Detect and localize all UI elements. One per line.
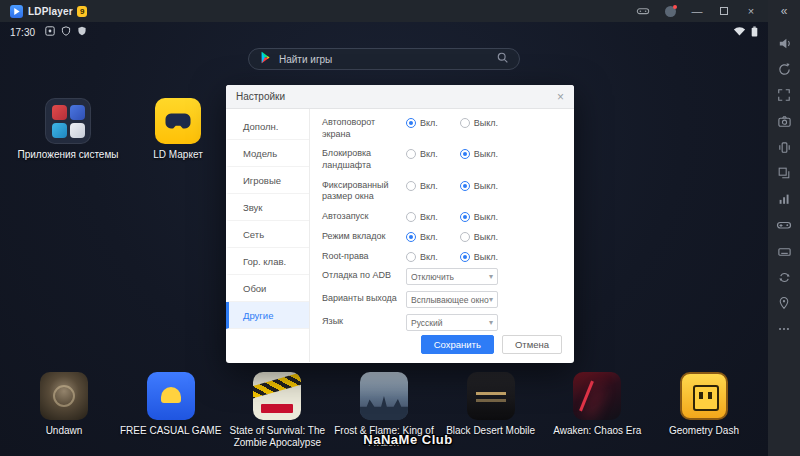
radio-on[interactable]: Вкл. bbox=[406, 118, 438, 128]
dialog-close-button[interactable]: × bbox=[557, 91, 564, 103]
setting-autostart: Автозапуск Вкл. Выкл. bbox=[322, 211, 562, 223]
close-button[interactable]: × bbox=[744, 4, 758, 18]
game-black-desert-mobile[interactable]: Black Desert Mobile bbox=[439, 372, 543, 449]
volume-icon[interactable] bbox=[768, 30, 800, 56]
fullscreen-icon[interactable] bbox=[768, 82, 800, 108]
game-label: Undawn bbox=[12, 425, 116, 437]
radio-off[interactable]: Выкл. bbox=[460, 212, 498, 222]
game-label: Geometry Dash bbox=[652, 425, 756, 437]
chevron-down-icon: ▾ bbox=[489, 272, 493, 281]
radio-off[interactable]: Выкл. bbox=[460, 232, 498, 242]
tab-oboi[interactable]: Обои bbox=[226, 275, 309, 302]
collapse-sidebar-button[interactable]: « bbox=[768, 0, 800, 22]
gamepad-icon[interactable] bbox=[636, 4, 650, 18]
tab-label: Модель bbox=[243, 148, 277, 159]
tab-zvuk[interactable]: Звук bbox=[226, 194, 309, 221]
search-icon bbox=[496, 50, 509, 68]
emulator-desktop: 17:30 bbox=[0, 22, 768, 456]
game-state-of-survival[interactable]: State of Survival: The Zombie Apocalypse bbox=[225, 372, 329, 449]
radio-on[interactable]: Вкл. bbox=[406, 149, 438, 159]
tab-model[interactable]: Модель bbox=[226, 140, 309, 167]
watermark: NaNaMe Club bbox=[363, 432, 452, 447]
ldplayer-logo-icon bbox=[10, 5, 23, 18]
language-select[interactable]: Русский ▾ bbox=[406, 314, 498, 331]
setting-root: Root-права Вкл. Выкл. bbox=[322, 251, 562, 263]
profile-notification-icon[interactable] bbox=[663, 4, 677, 18]
radio-on[interactable]: Вкл. bbox=[406, 232, 438, 242]
game-icon bbox=[573, 372, 621, 420]
tab-label: Звук bbox=[243, 202, 262, 213]
tab-igrovye[interactable]: Игровые bbox=[226, 167, 309, 194]
android-statusbar: 17:30 bbox=[0, 22, 768, 42]
maximize-icon bbox=[720, 7, 728, 15]
shield-icon bbox=[61, 26, 71, 38]
multi-window-icon[interactable] bbox=[768, 160, 800, 186]
game-geometry-dash[interactable]: Geometry Dash bbox=[652, 372, 756, 449]
battery-icon bbox=[751, 26, 758, 39]
radio-off[interactable]: Выкл. bbox=[460, 118, 498, 128]
radio-off[interactable]: Выкл. bbox=[460, 252, 498, 262]
setting-language: Язык Русский ▾ bbox=[322, 316, 562, 331]
tab-drugie[interactable]: Другие bbox=[226, 302, 309, 329]
exit-options-select[interactable]: Всплывающее окно ▾ bbox=[406, 291, 498, 308]
tab-label: Игровые bbox=[243, 175, 281, 186]
tab-label: Другие bbox=[243, 310, 273, 321]
screenshot-icon[interactable] bbox=[768, 108, 800, 134]
setting-fixed-window-size: Фиксированный размер окна Вкл. Выкл. bbox=[322, 180, 562, 203]
sync-icon[interactable] bbox=[768, 264, 800, 290]
app-label: Приложения системы bbox=[16, 149, 120, 161]
game-free-casual-game[interactable]: FREE CASUAL GAME bbox=[119, 372, 223, 449]
cancel-button[interactable]: Отмена bbox=[502, 335, 562, 355]
system-apps-folder[interactable]: Приложения системы bbox=[16, 98, 120, 161]
radio-on[interactable]: Вкл. bbox=[406, 212, 438, 222]
app-notification-icon bbox=[45, 26, 55, 38]
setting-label: Root-права bbox=[322, 251, 406, 263]
chevron-down-icon: ▾ bbox=[489, 295, 493, 304]
app-label: LD Маркет bbox=[126, 149, 230, 161]
shield-check-icon bbox=[77, 26, 87, 38]
keyboard-icon[interactable] bbox=[768, 238, 800, 264]
radio-on[interactable]: Вкл. bbox=[406, 252, 438, 262]
maximize-button[interactable] bbox=[717, 4, 731, 18]
game-icon bbox=[467, 372, 515, 420]
save-button[interactable]: Сохранить bbox=[421, 335, 494, 355]
ld-store-app[interactable]: LD Маркет bbox=[126, 98, 230, 161]
setting-label: Отладка по ADB bbox=[322, 270, 406, 282]
tab-label: Дополн. bbox=[243, 121, 278, 132]
adb-debug-select[interactable]: Отключить ▾ bbox=[406, 268, 498, 285]
gamepad-tool-icon[interactable] bbox=[768, 212, 800, 238]
tab-dopoln[interactable]: Дополн. bbox=[226, 113, 309, 140]
setting-lock-landscape: Блокировка ландшафта Вкл. Выкл. bbox=[322, 148, 562, 171]
game-awaken-chaos-era[interactable]: Awaken: Chaos Era bbox=[545, 372, 649, 449]
game-search-bar[interactable]: Найти игры bbox=[248, 48, 520, 70]
app-title: LDPlayer bbox=[28, 6, 73, 17]
tab-label: Обои bbox=[243, 283, 266, 294]
radio-off[interactable]: Выкл. bbox=[460, 149, 498, 159]
tab-gor-klav[interactable]: Гор. клав. bbox=[226, 248, 309, 275]
setting-autorotate: Автоповорот экрана Вкл. Выкл. bbox=[322, 117, 562, 140]
toolbar-sidebar: « bbox=[768, 0, 800, 456]
dialog-header: Настройки × bbox=[226, 85, 574, 109]
tab-set[interactable]: Сеть bbox=[226, 221, 309, 248]
setting-label: Автоповорот экрана bbox=[322, 117, 406, 140]
minimize-button[interactable]: — bbox=[690, 4, 704, 18]
rotate-screen-icon[interactable] bbox=[768, 56, 800, 82]
location-icon[interactable] bbox=[768, 290, 800, 316]
setting-label: Режим вкладок bbox=[322, 231, 406, 243]
game-icon bbox=[360, 372, 408, 420]
settings-dialog: Настройки × Дополн. Модель Игровые Звук … bbox=[226, 85, 574, 363]
setting-label: Фиксированный размер окна bbox=[322, 180, 406, 203]
shake-icon[interactable] bbox=[768, 134, 800, 160]
game-undawn[interactable]: Undawn bbox=[12, 372, 116, 449]
settings-content: Автоповорот экрана Вкл. Выкл. Блокировка… bbox=[310, 109, 574, 362]
radio-off[interactable]: Выкл. bbox=[460, 181, 498, 191]
more-icon[interactable] bbox=[768, 316, 800, 342]
setting-adb-debug: Отладка по ADB Отключить ▾ bbox=[322, 270, 562, 285]
mini-app-icon bbox=[70, 123, 85, 138]
search-label: Найти игры bbox=[279, 54, 332, 65]
game-icon bbox=[680, 372, 728, 420]
stats-icon[interactable] bbox=[768, 186, 800, 212]
chevron-down-icon: ▾ bbox=[489, 318, 493, 327]
game-label: FREE CASUAL GAME bbox=[119, 425, 223, 437]
radio-on[interactable]: Вкл. bbox=[406, 181, 438, 191]
